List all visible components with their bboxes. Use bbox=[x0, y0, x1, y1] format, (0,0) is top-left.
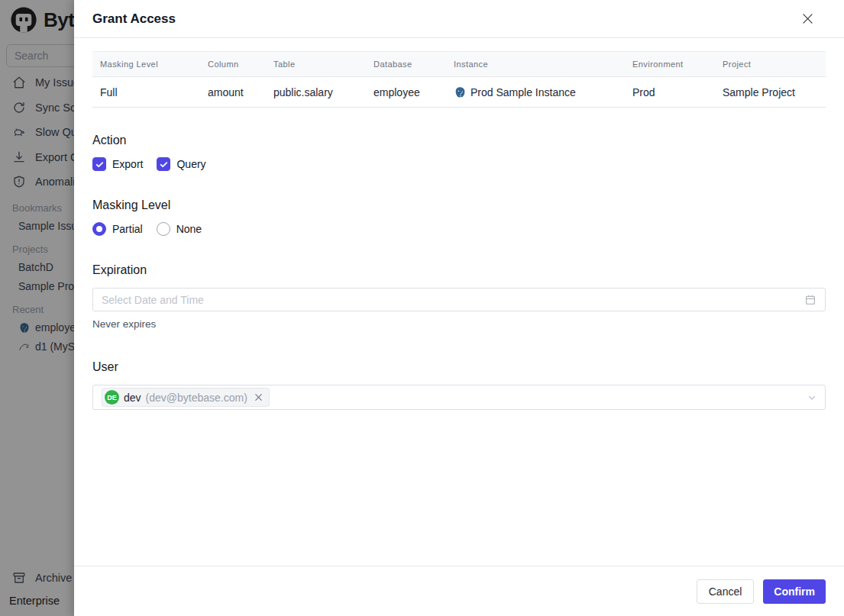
checkbox-query[interactable] bbox=[157, 157, 170, 171]
radio-partial[interactable] bbox=[92, 222, 106, 236]
close-icon bbox=[800, 11, 815, 26]
col-table: Table bbox=[266, 52, 366, 77]
action-heading: Action bbox=[92, 134, 826, 147]
expiration-helper-text: Never expires bbox=[92, 318, 826, 330]
expiration-date-input-wrapper bbox=[92, 288, 826, 311]
masking-level-heading: Masking Level bbox=[92, 198, 826, 212]
cell-environment: Prod bbox=[625, 77, 715, 108]
col-instance: Instance bbox=[446, 52, 625, 77]
access-summary-table: Masking Level Column Table Database Inst… bbox=[92, 51, 826, 108]
modal-body: Masking Level Column Table Database Inst… bbox=[74, 38, 844, 566]
cell-table: public.salary bbox=[266, 77, 366, 108]
cell-column: amount bbox=[200, 77, 266, 108]
calendar-icon[interactable] bbox=[804, 294, 817, 306]
table-row: Full amount public.salary employee Prod … bbox=[92, 77, 826, 108]
close-button[interactable] bbox=[798, 10, 817, 28]
none-radio-option[interactable]: None bbox=[157, 222, 202, 236]
modal-backdrop[interactable] bbox=[0, 0, 74, 616]
export-checkbox-option[interactable]: Export bbox=[92, 157, 143, 171]
instance-name: Prod Sample Instance bbox=[471, 86, 576, 98]
table-header-row: Masking Level Column Table Database Inst… bbox=[92, 52, 826, 77]
sidebar-strip: Bytebase Search My Issues Sync Schema Sl… bbox=[0, 0, 74, 616]
col-environment: Environment bbox=[625, 52, 715, 77]
user-select[interactable]: DE dev (dev@bytebase.com) bbox=[92, 385, 826, 410]
cell-instance: Prod Sample Instance bbox=[446, 77, 625, 108]
modal-footer: Cancel Confirm bbox=[74, 566, 844, 616]
grant-access-modal: Grant Access Masking Level Column Table … bbox=[74, 0, 844, 616]
action-options: Export Query bbox=[92, 157, 826, 171]
expiration-heading: Expiration bbox=[92, 263, 826, 277]
checkbox-label: Query bbox=[176, 158, 205, 170]
partial-radio-option[interactable]: Partial bbox=[92, 222, 143, 236]
cell-database: employee bbox=[366, 77, 446, 108]
remove-x-icon[interactable] bbox=[254, 392, 264, 402]
checkbox-export[interactable] bbox=[92, 157, 106, 171]
confirm-button[interactable]: Confirm bbox=[763, 579, 826, 604]
col-database: Database bbox=[366, 52, 446, 77]
expiration-date-input[interactable] bbox=[102, 294, 804, 306]
postgresql-icon bbox=[454, 86, 466, 98]
avatar: DE bbox=[105, 390, 119, 405]
cancel-button[interactable]: Cancel bbox=[697, 579, 755, 604]
user-name: dev bbox=[124, 392, 141, 404]
cell-masking-level: Full bbox=[92, 77, 200, 108]
modal-header: Grant Access bbox=[74, 0, 844, 38]
col-masking-level: Masking Level bbox=[92, 52, 200, 77]
radio-label: Partial bbox=[112, 223, 143, 235]
user-heading: User bbox=[92, 360, 826, 374]
radio-label: None bbox=[176, 223, 202, 235]
user-email: (dev@bytebase.com) bbox=[146, 392, 247, 404]
user-tag: DE dev (dev@bytebase.com) bbox=[102, 388, 270, 407]
modal-title: Grant Access bbox=[92, 11, 176, 27]
col-project: Project bbox=[715, 52, 826, 77]
col-column: Column bbox=[200, 52, 266, 77]
chevron-down-icon[interactable] bbox=[807, 392, 817, 403]
radio-none[interactable] bbox=[157, 222, 170, 236]
masking-level-options: Partial None bbox=[92, 222, 826, 236]
checkbox-label: Export bbox=[112, 158, 143, 170]
query-checkbox-option[interactable]: Query bbox=[157, 157, 205, 171]
cell-project: Sample Project bbox=[715, 77, 826, 108]
